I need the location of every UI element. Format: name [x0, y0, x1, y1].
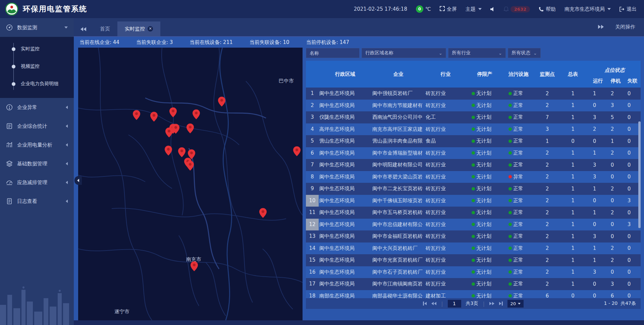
status-dot-icon [472, 223, 475, 226]
sidebar-item-0[interactable]: 企业异常 [0, 98, 74, 117]
table-row[interactable]: 4高坪生态环境局南充市高坪区王家店建砖瓦行业无计划正常31220 [306, 123, 641, 136]
map-pin-0[interactable] [133, 110, 140, 120]
notification-area[interactable]: 2632 [504, 6, 530, 12]
map-pin-8[interactable] [186, 123, 194, 133]
tab-realtime-monitor[interactable]: 实时监控 ✕ [117, 21, 160, 36]
cell-industry: 砖瓦行业 [425, 269, 466, 275]
first-page-button[interactable] [423, 302, 427, 306]
next-page-button[interactable] [489, 302, 494, 305]
name-filter-input[interactable] [306, 48, 360, 58]
table-row[interactable]: 10阆中生态环境局阆中千佛镇五郎垭页岩砖瓦行业无计划正常21003 [306, 195, 641, 207]
sidebar-item-data-monitor[interactable]: 数据监测 [0, 18, 74, 37]
cell-limit-status: 无计划 [466, 233, 503, 239]
table-row[interactable]: 2阆中生态环境局阆中市南方节能建材有砖瓦行业无计划正常21030 [306, 100, 641, 112]
table-row[interactable]: 9阆中生态环境局阆中市二龙长宝页岩砖砖瓦行业无计划正常21120 [306, 183, 641, 195]
sidebar-item-2[interactable]: 企业用电量分析 [0, 136, 74, 154]
cell-stop: 3 [604, 102, 621, 108]
cell-industry: 砖瓦行业 [425, 90, 466, 97]
sound-button[interactable] [490, 7, 495, 11]
table-row[interactable]: 11阆中生态环境局阆中市五马桥页岩机砖砖瓦行业无计划正常21120 [306, 207, 641, 219]
col-run: 运行 [589, 78, 607, 84]
close-icon[interactable]: ✕ [148, 26, 153, 32]
help-button[interactable]: 帮助 [539, 6, 556, 12]
cell-stop: 2 [604, 150, 621, 156]
facility-status-label: 正常 [513, 162, 523, 168]
cell-limit-status: 无计划 [466, 174, 503, 180]
limit-status-label: 无计划 [476, 209, 491, 216]
sidebar-item-4[interactable]: 应急减排管理 [0, 173, 74, 192]
table-row[interactable]: 5营山生态环境局营山县润丰肉食品有限食品无计划正常10010 [306, 135, 641, 147]
tabs-scroll-right-button[interactable] [598, 25, 604, 29]
cell-company: 营山县润丰肉食品有限 [372, 138, 425, 144]
theme-dropdown[interactable]: 主题 [466, 6, 482, 12]
sidebar-subitem-2[interactable]: 企业电力负荷明细 [0, 75, 74, 93]
notification-count-badge: 2632 [511, 6, 530, 12]
status-dot-icon [508, 104, 512, 107]
map-pin-1[interactable] [150, 112, 158, 122]
map-pin-9[interactable] [165, 146, 172, 156]
sidebar-subitem-0[interactable]: 实时监控 [0, 40, 74, 58]
facility-status-label: 正常 [513, 126, 523, 132]
industry-filter-dropdown[interactable]: 所有行业 ⌄ [448, 48, 506, 58]
report-icon [6, 123, 13, 129]
table-row[interactable]: 15阆中生态环境局阆中市光富页岩机砖厂砖瓦行业无计划正常21120 [306, 254, 641, 266]
map-pin-4[interactable] [218, 97, 225, 107]
map-pin-10[interactable] [178, 147, 185, 157]
table-row[interactable]: 16阆中生态环境局阆中市石子页岩机砖厂砖瓦行业无计划正常21300 [306, 266, 641, 278]
cell-region: 阆中生态环境局 [319, 269, 372, 275]
sidebar-item-3[interactable]: 基础数据管理 [0, 154, 74, 173]
org-dropdown[interactable]: 南充市生态环境局 [565, 6, 611, 12]
map-pin-16[interactable] [191, 261, 198, 271]
cell-points: 2 [534, 281, 560, 287]
status-filter-dropdown[interactable]: 所有状态 ⌄ [508, 48, 541, 58]
sidebar-item-1[interactable]: 企业综合统计 [0, 117, 74, 136]
table-row[interactable]: 14阆中生态环境局阆中大兴页岩机砖厂砖瓦行业无计划正常21120 [306, 242, 641, 255]
table-scrollbar-thumb[interactable] [638, 121, 641, 228]
tab-home[interactable]: 首页 [93, 21, 117, 36]
map-pin-15[interactable] [259, 208, 267, 218]
cell-run: 1 [585, 257, 604, 263]
cell-meter: 1 [560, 198, 585, 204]
limit-status-label: 无计划 [476, 162, 491, 168]
region-filter-dropdown[interactable]: 行政区域名称 ⌄ [362, 48, 446, 58]
table-row[interactable]: 7阆中生态环境局阆中明阳建材有限公司砖瓦行业无计划正常21300 [306, 159, 641, 171]
sidebar-item-5[interactable]: 日志查看 [0, 192, 74, 211]
table-row[interactable]: 12阆中生态环境局阆中市忠信建材有限公砖瓦行业无计划正常21003 [306, 219, 641, 231]
map-pin-14[interactable] [293, 146, 301, 156]
cell-company: 阆中市南方节能建材有 [372, 102, 425, 109]
cell-region: 阆中生态环境局 [319, 90, 372, 97]
cell-lost: 0 [621, 269, 637, 275]
page-size-select[interactable]: 20 [507, 300, 524, 308]
page-number-input[interactable]: 1 [448, 300, 461, 308]
prev-page-button[interactable] [431, 302, 436, 305]
map-pin-6[interactable] [165, 127, 173, 138]
table-row[interactable]: 17阆中生态环境局阆中市江南镇阆南页岩砖瓦行业无计划正常21030 [306, 278, 641, 290]
map-panel[interactable]: 巴中市南充市遂宁市 [78, 48, 303, 320]
table-row[interactable]: 6阆中生态环境局阆中市金博瑞新型墙材砖瓦行业无计划正常21120 [306, 147, 641, 159]
status-dot-icon [508, 211, 512, 214]
cell-region: 阆中生态环境局 [319, 245, 372, 252]
map-pin-2[interactable] [169, 107, 177, 117]
cell-facility-status: 正常 [503, 245, 534, 252]
map-pin-13[interactable] [186, 161, 194, 171]
status-dot-icon [472, 259, 475, 262]
map-collapse-handle[interactable] [74, 176, 82, 185]
tabs-scroll-left-button[interactable] [74, 22, 93, 36]
status-dot-icon [508, 199, 512, 202]
cell-run: 0 [585, 221, 604, 227]
cell-meter: 1 [560, 221, 585, 227]
sidebar-subitem-1[interactable]: 视频监控 [0, 58, 74, 75]
table-row[interactable]: 18南部生态环境局南部县砌华土沥有限公建材加工无计划正常60060 [306, 290, 641, 299]
table-row[interactable]: 8阆中生态环境局阆中市枣碧大梁山页岩砖瓦行业无计划异常21300 [306, 171, 641, 183]
logout-button[interactable]: 退出 [620, 6, 637, 12]
fullscreen-button[interactable]: 全屏 [440, 6, 457, 12]
cell-meter: 1 [560, 102, 585, 108]
table-row[interactable]: 13阆中生态环境局阆中市金福旺页岩机砖砖瓦行业无计划正常21300 [306, 230, 641, 242]
last-page-button[interactable] [499, 302, 503, 306]
close-operations-button[interactable]: 关闭操作 [615, 24, 635, 30]
map-pin-7[interactable] [172, 124, 179, 134]
table-row[interactable]: 3仪陇生态环境局西南油气田分公司川中化工无计划正常71350 [306, 111, 641, 123]
cell-limit-status: 无计划 [466, 198, 503, 204]
map-pin-3[interactable] [193, 109, 200, 119]
table-row[interactable]: 1阆中生态环境局阆中强锐页岩砖厂砖瓦行业无计划正常21120 [306, 88, 641, 100]
